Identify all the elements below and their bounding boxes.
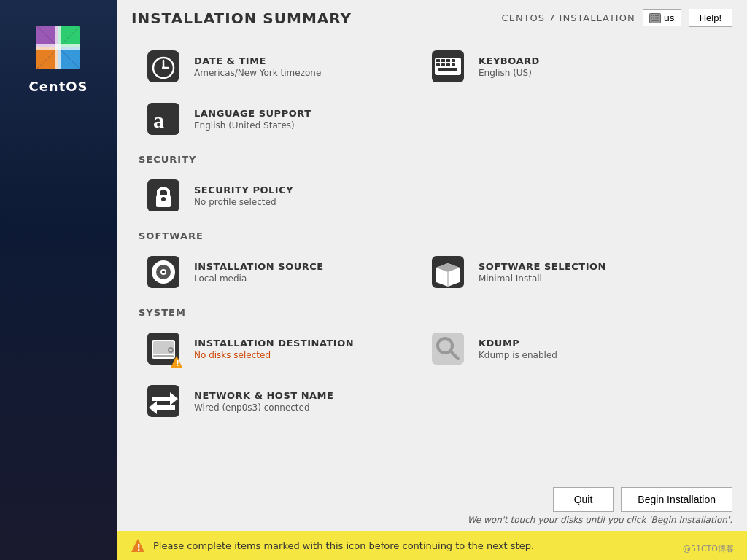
language-item[interactable]: a LANGUAGE SUPPORT English (United State… [139,93,423,145]
svg-rect-32 [436,63,440,66]
security-policy-item[interactable]: SECURITY POLICY No profile selected [139,169,423,222]
language-title: LANGUAGE SUPPORT [194,108,311,119]
keyboard-subtitle: English (US) [479,68,540,78]
install-dest-subtitle: No disks selected [194,350,354,360]
install-source-text: INSTALLATION SOURCE Local media [194,261,324,284]
network-title: NETWORK & HOST NAME [194,390,333,401]
install-dest-text: INSTALLATION DESTINATION No disks select… [194,338,354,360]
svg-rect-9 [36,44,80,50]
warning-text: Please complete items marked with this i… [153,540,534,551]
network-icon [143,381,184,421]
language-items: a LANGUAGE SUPPORT English (United State… [139,93,725,145]
centos-install-label: CENTOS 7 INSTALLATION [502,12,635,23]
main-content: INSTALLATION SUMMARY CENTOS 7 INSTALLATI… [117,0,747,560]
svg-rect-15 [657,15,659,16]
help-button[interactable]: Help! [689,9,732,27]
security-policy-icon [143,175,184,216]
svg-text:a: a [153,108,164,132]
header: INSTALLATION SUMMARY CENTOS 7 INSTALLATI… [117,0,747,33]
language-item-icon: a [143,98,184,139]
svg-rect-18 [655,17,657,18]
date-time-icon [143,46,184,87]
warning-footer: ! Please complete items marked with this… [117,531,747,560]
localization-items: DATE & TIME Americas/New York timezone [139,40,725,93]
language-subtitle: English (United States) [194,120,311,131]
centos-logo-icon [33,22,84,73]
language-text: LANGUAGE SUPPORT English (United States) [194,108,311,131]
kdump-item[interactable]: KDUMP Kdump is enabled [423,322,708,375]
disk-note: We won't touch your disks until you clic… [468,515,732,525]
svg-rect-28 [436,59,440,62]
kdump-icon [427,328,468,369]
svg-rect-16 [651,17,652,18]
keyboard-item[interactable]: KEYBOARD English (US) [423,40,708,93]
svg-rect-33 [441,63,445,66]
header-right: CENTOS 7 INSTALLATION us [502,9,732,27]
svg-point-41 [161,197,166,201]
svg-rect-30 [446,59,450,62]
keyboard-icon [649,13,661,23]
warning-footer-icon: ! [130,537,146,553]
svg-rect-14 [655,15,657,16]
install-source-icon [143,252,184,292]
kdump-subtitle: Kdump is enabled [479,350,557,360]
svg-rect-19 [657,17,659,18]
install-dest-item[interactable]: ! INSTALLATION DESTINATION No disks sele… [139,322,423,375]
kdump-title: KDUMP [479,338,557,349]
lang-text: us [664,12,675,23]
date-time-title: DATE & TIME [194,55,321,66]
software-label: SOFTWARE [139,230,725,241]
security-items: SECURITY POLICY No profile selected [139,169,725,222]
install-source-item[interactable]: INSTALLATION SOURCE Local media [139,246,423,298]
svg-rect-29 [441,59,445,62]
security-policy-text: SECURITY POLICY No profile selected [194,184,293,207]
network-items: NETWORK & HOST NAME Wired (enp0s3) conne… [139,375,725,427]
svg-rect-12 [651,15,652,16]
begin-installation-button[interactable]: Begin Installation [621,487,732,512]
centos-logo-text: CentOS [28,79,88,94]
security-policy-subtitle: No profile selected [194,197,293,207]
svg-text:!: ! [176,359,179,368]
svg-rect-35 [452,63,455,66]
system-items: ! INSTALLATION DESTINATION No disks sele… [139,322,725,375]
svg-rect-17 [653,17,654,18]
keyboard-item-icon [427,46,468,87]
quit-button[interactable]: Quit [553,487,614,512]
install-source-subtitle: Local media [194,273,324,284]
network-text: NETWORK & HOST NAME Wired (enp0s3) conne… [194,390,333,413]
software-items: INSTALLATION SOURCE Local media SOFT [139,246,725,298]
date-time-text: DATE & TIME Americas/New York timezone [194,55,321,78]
network-subtitle: Wired (enp0s3) connected [194,402,333,413]
svg-point-56 [169,349,172,351]
keyboard-title: KEYBOARD [479,55,540,66]
kdump-text: KDUMP Kdump is enabled [479,338,557,360]
install-source-title: INSTALLATION SOURCE [194,261,324,272]
keyboard-text: KEYBOARD English (US) [479,55,540,78]
date-time-item[interactable]: DATE & TIME Americas/New York timezone [139,40,423,93]
software-selection-item[interactable]: SOFTWARE SELECTION Minimal Install [423,246,708,298]
scroll-area: DATE & TIME Americas/New York timezone [117,33,747,481]
date-time-subtitle: Americas/New York timezone [194,68,321,78]
software-selection-text: SOFTWARE SELECTION Minimal Install [479,261,606,284]
sidebar: CentOS [0,0,117,560]
page-title: INSTALLATION SUMMARY [131,9,352,27]
network-item[interactable]: NETWORK & HOST NAME Wired (enp0s3) conne… [139,375,423,427]
install-dest-title: INSTALLATION DESTINATION [194,338,354,349]
svg-rect-36 [438,68,457,71]
software-selection-icon [427,252,468,292]
svg-text:!: ! [137,542,141,553]
centos-logo: CentOS [28,22,88,94]
svg-rect-20 [651,20,658,21]
security-policy-title: SECURITY POLICY [194,184,293,195]
system-label: SYSTEM [139,307,725,318]
svg-point-46 [162,271,165,273]
warning-badge: ! [169,354,184,369]
svg-point-25 [162,66,165,69]
lang-badge[interactable]: us [643,9,681,26]
svg-rect-31 [452,59,455,62]
install-dest-icon: ! [143,328,184,369]
svg-rect-13 [653,15,654,16]
watermark: @51CTO博客 [683,543,734,554]
software-selection-title: SOFTWARE SELECTION [479,261,606,272]
software-selection-subtitle: Minimal Install [479,273,606,284]
